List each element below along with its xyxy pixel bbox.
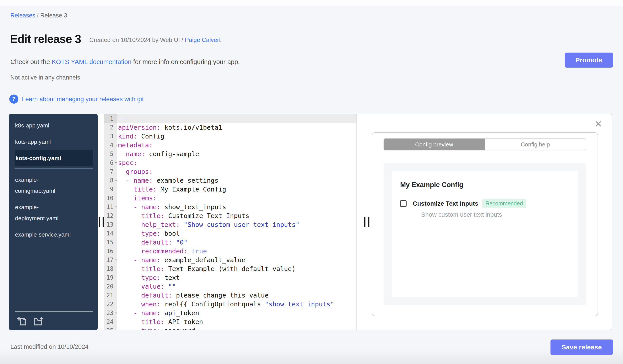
line-number: 18	[104, 264, 117, 273]
editor-panel-container: 1---2apiVersion: kots.io/v1beta13kind: C…	[98, 114, 612, 330]
editor-line-21[interactable]: 21 default: please change this value	[104, 291, 356, 300]
channel-status: Not active in any channels	[10, 74, 80, 81]
line-number: 22	[104, 300, 117, 309]
config-item-label[interactable]: Customize Text Inputs	[413, 200, 478, 207]
editor-line-18[interactable]: 18 title: Text Example (with default val…	[104, 264, 356, 273]
editor-line-13[interactable]: 13 help_text: "Show custom user text inp…	[104, 220, 356, 229]
breadcrumb-separator: /	[35, 12, 41, 19]
line-number: 17▾	[104, 256, 117, 264]
sidebar-item-kots-config-yaml[interactable]: kots-config.yaml	[15, 150, 93, 166]
git-releases-link[interactable]: Learn about managing your releases with …	[22, 96, 144, 103]
sidebar-divider	[15, 168, 93, 169]
line-number: 19	[104, 273, 117, 282]
line-number: 4▾	[104, 141, 117, 150]
editor-line-9[interactable]: 9 title: My Example Config	[104, 185, 356, 194]
line-number: 21	[104, 291, 117, 300]
editor-line-15[interactable]: 15 default: "0"	[104, 238, 356, 247]
editor-line-11[interactable]: 11▾ - name: show_text_inputs	[104, 202, 356, 211]
editor-line-24[interactable]: 24 title: API token	[104, 317, 356, 326]
bottom-fade	[0, 348, 623, 364]
editor-line-19[interactable]: 19 type: text	[104, 273, 356, 282]
author-link[interactable]: Paige Calvert	[185, 37, 221, 43]
editor-line-6[interactable]: 6▾spec:	[104, 158, 356, 167]
line-number: 3	[104, 132, 117, 141]
editor-line-7[interactable]: 7 groups:	[104, 167, 356, 176]
editor-line-25[interactable]: 25 type: password	[104, 326, 356, 330]
save-release-button[interactable]: Save release	[551, 340, 613, 355]
tab-config-help[interactable]: Config help	[485, 139, 586, 150]
git-help-row[interactable]: ? Learn about managing your releases wit…	[9, 95, 144, 103]
line-number: 25	[104, 326, 117, 330]
config-preview-area: My Example Config Customize Text Inputs …	[384, 163, 586, 305]
sidebar-item-example-configmap-yaml[interactable]: example-configmap.yaml	[9, 172, 98, 199]
file-sidebar: k8s-app.yamlkots-app.yamlkots-config.yam…	[9, 114, 98, 330]
created-text: Created on 10/10/2024 by Web UI /	[89, 37, 185, 43]
editor-line-8[interactable]: 8▾ - name: example_settings	[104, 176, 356, 185]
editor-line-5[interactable]: 5 name: config-sample	[104, 150, 356, 158]
sidebar-item-kots-app-yaml[interactable]: kots-app.yaml	[9, 134, 98, 150]
kots-yaml-doc-link[interactable]: KOTS YAML documentation	[52, 58, 132, 65]
breadcrumb-current: Release 3	[40, 12, 67, 19]
line-number: 8▾	[104, 176, 117, 185]
doc-line-prefix: Check out the	[10, 58, 52, 65]
editor-line-23[interactable]: 23▾ - name: api_token	[104, 309, 356, 317]
editor-resize-handle[interactable]	[364, 217, 369, 227]
doc-line-suffix: for more info on configuring your app.	[132, 58, 240, 65]
line-number: 13	[104, 220, 117, 229]
sidebar-item-example-service-yaml[interactable]: example-service.yaml	[9, 226, 98, 243]
line-number: 14	[104, 229, 117, 238]
sidebar-footer	[9, 311, 98, 330]
recommended-badge: Recommended	[482, 199, 526, 208]
line-number: 6▾	[104, 158, 117, 167]
line-number: 10	[104, 194, 117, 202]
code-lines: 1---2apiVersion: kots.io/v1beta13kind: C…	[104, 114, 356, 330]
created-meta: Created on 10/10/2024 by Web UI / Paige …	[89, 37, 221, 43]
line-number: 11▾	[104, 202, 117, 211]
drag-handle-icon	[99, 217, 104, 227]
editor-line-16[interactable]: 16 recommended: true	[104, 247, 356, 256]
top-strip	[0, 0, 623, 6]
line-number: 2	[104, 123, 117, 132]
editor-line-3[interactable]: 3kind: Config	[104, 132, 356, 141]
editor-line-12[interactable]: 12 title: Customize Text Inputs	[104, 211, 356, 220]
line-number: 16	[104, 247, 117, 256]
new-file-icon[interactable]	[17, 316, 27, 327]
new-folder-icon[interactable]	[33, 316, 44, 327]
config-preview-panel: ✕ Config previewConfig help My Example C…	[357, 114, 612, 330]
sidebar-item-example-deployment-yaml[interactable]: example-deployment.yaml	[9, 199, 98, 226]
editor-line-4[interactable]: 4▾metadata:	[104, 141, 356, 150]
line-number: 7	[104, 167, 117, 176]
tab-config-preview[interactable]: Config preview	[384, 139, 485, 150]
editor-line-17[interactable]: 17▾ - name: example_default_value	[104, 256, 356, 264]
breadcrumb: Releases / Release 3	[10, 12, 67, 19]
line-number: 15	[104, 238, 117, 247]
breadcrumb-releases-link[interactable]: Releases	[10, 12, 35, 19]
editor-line-20[interactable]: 20 value: ""	[104, 282, 356, 291]
line-number: 9	[104, 185, 117, 194]
sidebar-resize-handle[interactable]	[98, 114, 104, 330]
line-number: 24	[104, 317, 117, 326]
config-item-row: Customize Text Inputs Recommended	[400, 199, 569, 208]
yaml-code-editor[interactable]: 1---2apiVersion: kots.io/v1beta13kind: C…	[104, 114, 357, 330]
title-row: Edit release 3 Created on 10/10/2024 by …	[10, 32, 221, 45]
text-cursor	[118, 115, 118, 122]
editor-line-2[interactable]: 2apiVersion: kots.io/v1beta1	[104, 123, 356, 132]
editor-line-14[interactable]: 14 type: bool	[104, 229, 356, 238]
release-editor-area: k8s-app.yamlkots-app.yamlkots-config.yam…	[9, 114, 612, 330]
line-number: 1	[104, 114, 117, 123]
customize-text-inputs-checkbox[interactable]	[400, 200, 407, 207]
sidebar-item-k8s-app-yaml[interactable]: k8s-app.yaml	[9, 117, 98, 134]
question-icon[interactable]: ?	[9, 95, 18, 103]
doc-line: Check out the KOTS YAML documentation fo…	[10, 58, 240, 66]
last-modified-text: Last modified on 10/10/2024	[10, 343, 89, 350]
config-tabs: Config previewConfig help	[384, 139, 586, 150]
line-number: 5	[104, 150, 117, 158]
line-number: 20	[104, 282, 117, 291]
config-preview-card: My Example Config Customize Text Inputs …	[392, 171, 578, 297]
promote-button[interactable]: Promote	[565, 53, 613, 68]
editor-line-10[interactable]: 10 items:	[104, 194, 356, 202]
file-list-secondary: example-configmap.yamlexample-deployment…	[9, 171, 98, 243]
close-icon[interactable]: ✕	[595, 120, 602, 129]
editor-line-22[interactable]: 22 when: repl{{ ConfigOptionEquals "show…	[104, 300, 356, 309]
editor-line-1[interactable]: 1---	[104, 114, 356, 123]
